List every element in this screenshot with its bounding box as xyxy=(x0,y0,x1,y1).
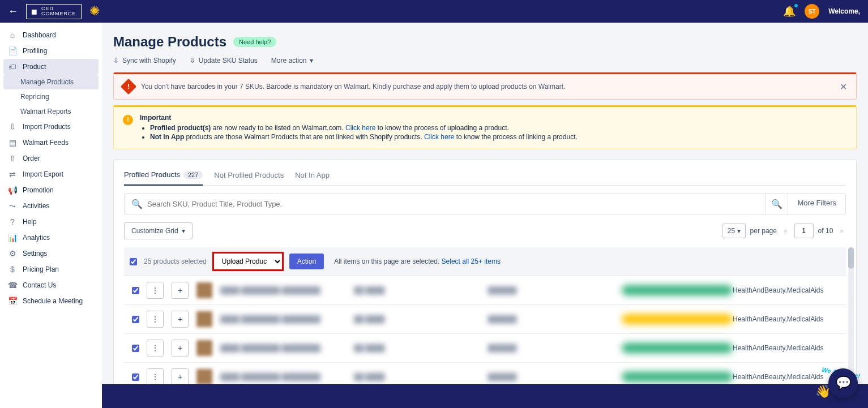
row-content-blur: ████ ████████ ██████████ ██████████ xyxy=(220,314,733,324)
row-category: HealthAndBeauty,MedicalAids xyxy=(733,286,846,294)
grid-controls: Customize Grid▾ 25 ▾ per page « of 10 » xyxy=(124,222,846,239)
product-tabs: Profiled Products227 Not Profiled Produc… xyxy=(124,170,846,186)
action-label: More action xyxy=(271,57,307,65)
download-icon: ⇩ xyxy=(8,122,17,131)
nav-label: Walmart Reports xyxy=(20,108,71,115)
search-submit-button[interactable]: 🔍 xyxy=(766,194,788,214)
brand-logo[interactable]: ◆ CED COMMERCE xyxy=(26,4,82,19)
nav-promotion[interactable]: 📢Promotion xyxy=(0,182,102,198)
table-row: ⋮ + ████ ████████ ██████████ ██████████ … xyxy=(124,304,846,333)
chat-launcher-button[interactable]: 💬 xyxy=(828,368,858,398)
megaphone-icon: 📢 xyxy=(8,186,17,195)
bulk-action-select[interactable]: Upload Product xyxy=(212,252,284,271)
nav-walmart-reports[interactable]: Walmart Reports xyxy=(0,104,102,119)
nav-label: Import Export xyxy=(23,170,63,178)
nav-repricing[interactable]: Repricing xyxy=(0,89,102,104)
back-arrow-icon[interactable]: ← xyxy=(8,6,18,18)
info-bullet-2: Not In App products are those Walmart Pr… xyxy=(150,133,578,141)
alert-close-button[interactable]: ✕ xyxy=(840,81,847,92)
row-menu-button[interactable]: ⋮ xyxy=(147,368,164,385)
page-number-input[interactable] xyxy=(794,224,814,238)
info-title: Important xyxy=(140,114,171,122)
bulk-action-button[interactable]: Action xyxy=(289,254,324,269)
info-link-1[interactable]: Click here xyxy=(345,124,375,132)
info-link-2[interactable]: Click here xyxy=(424,133,454,141)
nav-order[interactable]: ⇧Order xyxy=(0,151,102,166)
nav-dashboard[interactable]: ⌂Dashboard xyxy=(0,27,102,43)
row-content-blur: ████ ████████ ██████████ ██████████ xyxy=(220,343,733,353)
select-all-checkbox[interactable] xyxy=(130,258,137,265)
row-menu-button[interactable]: ⋮ xyxy=(147,340,164,357)
chart-icon: 📊 xyxy=(8,233,17,242)
customize-grid-button[interactable]: Customize Grid▾ xyxy=(124,222,193,239)
tab-count: 227 xyxy=(183,171,203,179)
row-expand-button[interactable]: + xyxy=(172,368,189,385)
nav-profiling[interactable]: 📄Profiling xyxy=(0,43,102,59)
scroll-thumb[interactable] xyxy=(848,247,854,269)
important-info: ! Important Profiled product(s) are now … xyxy=(113,105,857,149)
footer-bar xyxy=(102,384,868,408)
page-next-button[interactable]: » xyxy=(837,227,846,235)
sync-shopify-button[interactable]: ⇩Sync with Shopify xyxy=(113,57,176,65)
select-all-link[interactable]: Select all 25+ items xyxy=(442,257,501,265)
nav-settings[interactable]: ⚙Settings xyxy=(0,246,102,261)
row-checkbox[interactable] xyxy=(132,287,139,294)
dollar-icon: $ xyxy=(8,265,17,274)
info-icon: ! xyxy=(123,115,133,125)
nav-import-export[interactable]: ⇄Import Export xyxy=(0,166,102,182)
nav-product[interactable]: 🏷Product xyxy=(3,59,99,75)
tab-label: Profiled Products xyxy=(124,170,180,179)
user-avatar[interactable]: ST xyxy=(805,4,819,19)
topbar-left: ← ◆ CED COMMERCE ✺ xyxy=(8,4,100,19)
selection-info: All items on this page are selected. Sel… xyxy=(334,257,501,265)
nav-label: Analytics xyxy=(23,234,50,242)
nav-label: Dashboard xyxy=(23,31,56,39)
tab-not-profiled[interactable]: Not Profiled Products xyxy=(214,170,284,185)
nav-label: Manage Products xyxy=(20,78,74,86)
nav-schedule-meeting[interactable]: 📅Schedule a Meeting xyxy=(0,293,102,309)
gear-icon: ⚙ xyxy=(8,249,17,258)
main-content: Manage Products Need help? ⇩Sync with Sh… xyxy=(102,23,868,408)
chevron-down-icon: ▾ xyxy=(310,57,313,65)
nav-label: Walmart Feeds xyxy=(23,139,69,147)
nav-label: Settings xyxy=(23,250,47,257)
welcome-text: Welcome, xyxy=(828,7,860,15)
row-expand-button[interactable]: + xyxy=(172,282,189,299)
nav-label: Pricing Plan xyxy=(23,265,59,273)
page-prev-button[interactable]: « xyxy=(781,227,790,235)
search-input[interactable] xyxy=(147,200,758,208)
nav-label: Order xyxy=(23,154,40,162)
tab-profiled-products[interactable]: Profiled Products227 xyxy=(124,170,203,186)
nav-label: Promotion xyxy=(23,186,54,194)
row-menu-button[interactable]: ⋮ xyxy=(147,282,164,299)
nav-analytics[interactable]: 📊Analytics xyxy=(0,230,102,246)
more-action-dropdown[interactable]: More action▾ xyxy=(271,57,314,65)
selection-count: 25 products selected xyxy=(144,257,207,265)
nav-help[interactable]: ?Help xyxy=(0,214,102,230)
nav-pricing-plan[interactable]: $Pricing Plan xyxy=(0,261,102,277)
order-icon: ⇧ xyxy=(8,154,17,163)
nav-walmart-feeds[interactable]: ▤Walmart Feeds xyxy=(0,135,102,151)
bell-icon: 🔔 xyxy=(783,6,796,17)
row-expand-button[interactable]: + xyxy=(172,340,189,357)
row-checkbox[interactable] xyxy=(132,345,139,352)
per-page-select[interactable]: 25 ▾ xyxy=(722,224,746,238)
alert-message: You don't have barcodes in your 7 SKUs. … xyxy=(141,83,833,91)
row-checkbox[interactable] xyxy=(132,373,139,381)
row-checkbox[interactable] xyxy=(132,316,139,323)
notifications-button[interactable]: 🔔 xyxy=(783,5,796,18)
nav-manage-products[interactable]: Manage Products xyxy=(3,75,99,89)
nav-label: Repricing xyxy=(20,93,49,101)
row-expand-button[interactable]: + xyxy=(172,311,189,328)
nav-activities[interactable]: ⤳Activities xyxy=(0,198,102,214)
nav-import-products[interactable]: ⇩Import Products xyxy=(0,119,102,135)
top-bar: ← ◆ CED COMMERCE ✺ 🔔 ST Welcome, xyxy=(0,0,868,23)
update-sku-button[interactable]: ⇩Update SKU Status xyxy=(190,57,258,65)
row-content-blur: ████ ████████ ██████████ ██████████ xyxy=(220,372,733,382)
row-menu-button[interactable]: ⋮ xyxy=(147,311,164,328)
tab-not-in-app[interactable]: Not In App xyxy=(295,170,330,185)
nav-contact-us[interactable]: ☎Contact Us xyxy=(0,277,102,293)
need-help-badge[interactable]: Need help? xyxy=(233,37,276,47)
page-actions: ⇩Sync with Shopify ⇩Update SKU Status Mo… xyxy=(113,57,857,65)
more-filters-button[interactable]: More Filters xyxy=(788,194,846,214)
